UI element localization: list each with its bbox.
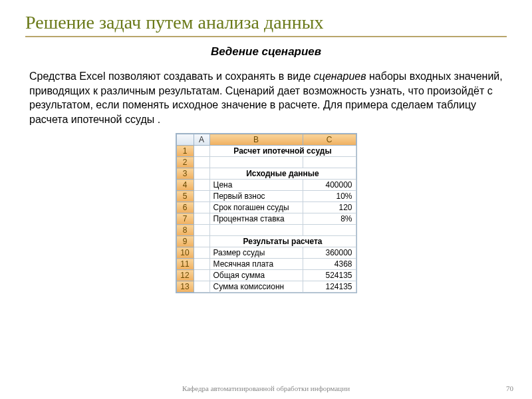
cell-value: 124135 [303,281,356,293]
row-header: 12 [176,270,194,281]
cell-label: Первый взнос [209,191,303,202]
excel-screenshot: A B C 1 Расчет ипотечной ссуды 2 3 [25,133,507,293]
row-1: 1 Расчет ипотечной ссуды [176,146,356,157]
row-9: 9 Результаты расчета [176,236,356,247]
row-7: 7 Процентная ставка 8% [176,213,356,225]
slide: Решение задач путем анализа данных Веден… [0,0,532,399]
cell-value: 524135 [303,270,356,281]
row-8: 8 [176,225,356,236]
para-pre: Средства Excel позволяют создавать и сох… [29,70,314,82]
cell-value: 400000 [303,180,356,191]
cell [194,191,209,202]
excel-grid: A B C 1 Расчет ипотечной ссуды 2 3 [176,133,357,293]
cell-label: Месячная плата [209,259,303,270]
page-number: 70 [506,384,513,392]
corner-cell [176,134,194,146]
row-header: 11 [176,259,194,270]
slide-title: Решение задач путем анализа данных [25,12,507,33]
cell [209,225,303,236]
cell [303,225,356,236]
cell [194,281,209,293]
row-10: 10 Размер ссуды 360000 [176,247,356,259]
row-header: 7 [176,213,194,225]
cell [194,225,209,236]
row-header: 5 [176,191,194,202]
cell-value: 10% [303,191,356,202]
row-header: 1 [176,146,194,157]
cell-label: Размер ссуды [209,247,303,259]
cell [194,180,209,191]
col-header-A: A [194,134,209,146]
row-2: 2 [176,157,356,168]
row-13: 13 Сумма комиссионн 124135 [176,281,356,293]
cell [194,157,209,168]
row-5: 5 Первый взнос 10% [176,191,356,202]
cell [303,157,356,168]
cell-value: 120 [303,202,356,213]
row-header: 6 [176,202,194,213]
cell-A1 [194,146,209,157]
cell-label: Срок погашен ссуды [209,202,303,213]
cell [194,202,209,213]
column-header-row: A B C [176,134,356,146]
row-header: 3 [176,168,194,180]
cell [209,157,303,168]
cell [194,168,209,180]
cell-value: 360000 [303,247,356,259]
row-header: 10 [176,247,194,259]
cell-title: Расчет ипотечной ссуды [209,146,356,157]
row-11: 11 Месячная плата 4368 [176,259,356,270]
col-header-B: B [209,134,303,146]
cell-value: 8% [303,213,356,225]
row-6: 6 Срок погашен ссуды 120 [176,202,356,213]
row-header: 13 [176,281,194,293]
para-em: сценариев [314,70,366,82]
footer-text: Кафедра автоматизированной обработки инф… [0,384,532,392]
section-header: Результаты расчета [209,236,356,247]
cell-value: 4368 [303,259,356,270]
row-3: 3 Исходные данные [176,168,356,180]
col-header-C: C [303,134,356,146]
cell-label: Сумма комиссионн [209,281,303,293]
cell [194,270,209,281]
section-header: Исходные данные [209,168,356,180]
row-12: 12 Общая сумма 524135 [176,270,356,281]
cell [194,259,209,270]
row-header: 4 [176,180,194,191]
row-header: 2 [176,157,194,168]
cell [194,236,209,247]
body-paragraph: Средства Excel позволяют создавать и сох… [29,69,503,126]
cell-label: Цена [209,180,303,191]
row-header: 9 [176,236,194,247]
title-underline [25,36,507,37]
cell [194,247,209,259]
slide-subtitle: Ведение сценариев [25,45,507,59]
cell [194,213,209,225]
cell-label: Общая сумма [209,270,303,281]
row-4: 4 Цена 400000 [176,180,356,191]
cell-label: Процентная ставка [209,213,303,225]
row-header: 8 [176,225,194,236]
